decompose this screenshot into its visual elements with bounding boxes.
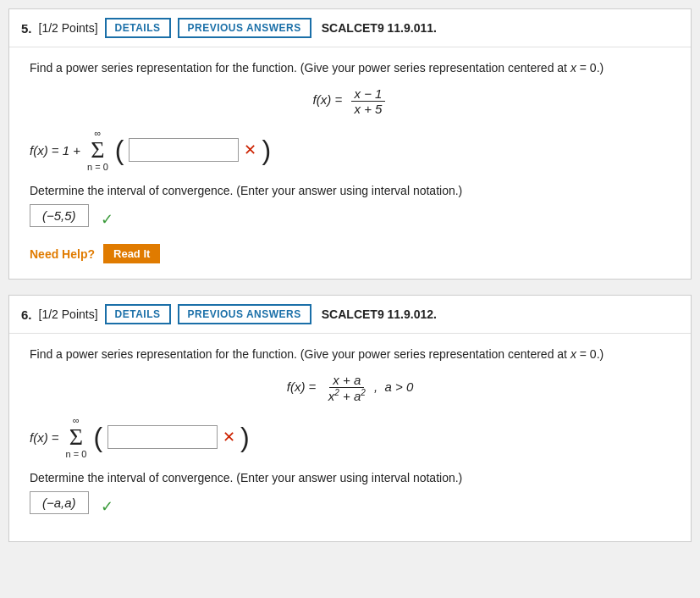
read-it-button-5[interactable]: Read It bbox=[103, 244, 160, 263]
sigma-symbol-6: ∞ Σ n = 0 bbox=[66, 415, 87, 459]
problem-5-instructions: Find a power series representation for t… bbox=[30, 61, 670, 75]
convergence-label-5: Determine the interval of convergence. (… bbox=[30, 184, 670, 197]
need-help-row-5: Need Help? Read It bbox=[30, 244, 670, 263]
fraction-numerator-5: x − 1 bbox=[351, 86, 386, 102]
incorrect-mark-5: ✕ bbox=[244, 141, 256, 159]
series-input-6[interactable] bbox=[107, 425, 218, 449]
paren-close-5: ) bbox=[262, 136, 271, 163]
incorrect-mark-6: ✕ bbox=[223, 428, 235, 446]
paren-close-6: ) bbox=[240, 424, 250, 451]
problem-6-formula: f(x) = x + a x2 + a2 , a > 0 bbox=[30, 373, 670, 403]
sigma-symbol-5: ∞ Σ n = 0 bbox=[87, 128, 108, 172]
problem-5-header: 5. [1/2 Points] DETAILS PREVIOUS ANSWERS… bbox=[9, 9, 691, 47]
convergence-row-6: (−a,a) ✓ bbox=[30, 491, 670, 521]
problem-6-number: 6. bbox=[21, 307, 32, 322]
convergence-row-5: (−5,5) ✓ bbox=[30, 204, 670, 234]
problem-5-formula: f(x) = x − 1 x + 5 bbox=[30, 86, 670, 116]
details-button-5[interactable]: DETAILS bbox=[105, 18, 171, 38]
problem-5-number: 5. bbox=[21, 21, 32, 36]
problem-5-points: [1/2 Points] bbox=[39, 21, 98, 35]
prev-answers-button-6[interactable]: PREVIOUS ANSWERS bbox=[178, 304, 311, 324]
fraction-denominator-5: x + 5 bbox=[351, 102, 386, 116]
problem-5-source: SCALCET9 11.9.011. bbox=[322, 21, 437, 35]
paren-open-5: ( bbox=[115, 136, 124, 163]
correct-check-5: ✓ bbox=[101, 210, 113, 229]
details-button-6[interactable]: DETAILS bbox=[105, 304, 171, 324]
problem-5-answer-prefix: f(x) = 1 + bbox=[30, 143, 80, 158]
need-help-label-5: Need Help? bbox=[30, 247, 95, 261]
problem-6-points: [1/2 Points] bbox=[39, 307, 98, 321]
problem-6-instructions: Find a power series representation for t… bbox=[30, 347, 670, 361]
problem-5-answer-row: f(x) = 1 + ∞ Σ n = 0 ( ✕ ) bbox=[30, 128, 670, 172]
problem-6-answer-prefix: f(x) = bbox=[30, 430, 59, 445]
problem-5: 5. [1/2 Points] DETAILS PREVIOUS ANSWERS… bbox=[8, 8, 692, 280]
fraction-denominator-6: x2 + a2 bbox=[325, 388, 369, 403]
convergence-input-5[interactable]: (−5,5) bbox=[30, 204, 89, 227]
fraction-numerator-6: x + a bbox=[329, 373, 364, 388]
problem-6-source: SCALCET9 11.9.012. bbox=[322, 307, 437, 321]
problem-5-body: Find a power series representation for t… bbox=[9, 47, 691, 279]
problem-6-body: Find a power series representation for t… bbox=[9, 334, 691, 541]
problem-6-header: 6. [1/2 Points] DETAILS PREVIOUS ANSWERS… bbox=[9, 296, 691, 334]
convergence-input-6[interactable]: (−a,a) bbox=[30, 491, 89, 514]
correct-check-6: ✓ bbox=[101, 497, 113, 516]
problem-6-answer-row: f(x) = ∞ Σ n = 0 ( ✕ ) bbox=[30, 415, 670, 459]
prev-answers-button-5[interactable]: PREVIOUS ANSWERS bbox=[178, 18, 311, 38]
paren-open-6: ( bbox=[93, 424, 102, 451]
series-input-5[interactable] bbox=[129, 138, 239, 162]
convergence-label-6: Determine the interval of convergence. (… bbox=[30, 471, 670, 484]
problem-6: 6. [1/2 Points] DETAILS PREVIOUS ANSWERS… bbox=[8, 295, 692, 542]
